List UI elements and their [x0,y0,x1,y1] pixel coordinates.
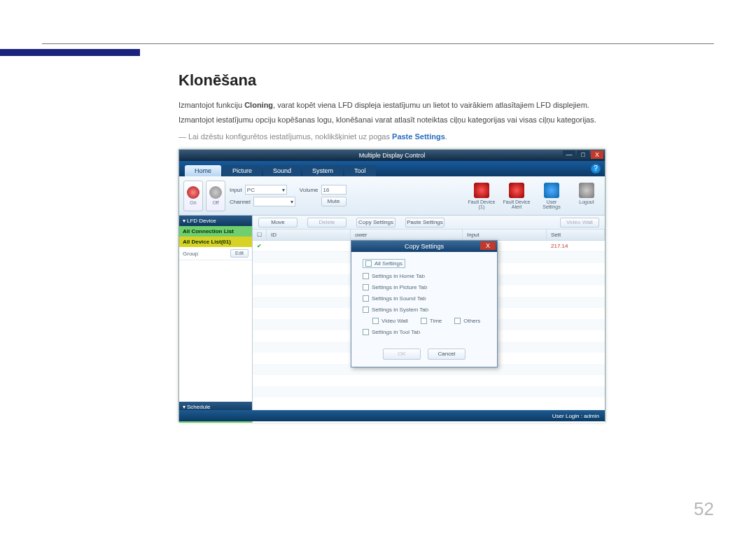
display-alert-icon [474,183,489,198]
user-icon [544,183,559,198]
channel-select[interactable]: ▾ [253,197,295,206]
logout-glyph-icon [579,183,594,198]
sidebar-spacer [179,260,252,402]
check-time[interactable]: Time [421,318,442,324]
power-off-icon [209,186,222,199]
power-group: On Off [183,181,225,211]
app-body: ▾LFD Device All Connection List All Devi… [179,216,605,423]
dialog-buttons: OK Cancel [351,344,497,367]
dialog-close-button[interactable]: X [480,241,496,250]
checkbox-icon [454,318,461,324]
tab-system[interactable]: System [302,165,343,176]
checkbox-icon [363,273,369,279]
checkbox-icon [365,260,372,267]
row-check-icon: ✔ [253,243,267,249]
tab-tool[interactable]: Tool [344,165,376,176]
cancel-button[interactable]: Cancel [428,349,465,360]
ok-button[interactable]: OK [383,349,421,360]
col-power: ower [351,230,463,240]
minimize-button[interactable]: — [563,150,575,159]
fault-device-icon[interactable]: Fault Device (1) [468,183,496,209]
video-wall-button[interactable]: Video Wall [560,218,599,227]
sidebar-item-all-device[interactable]: All Device List(01) [179,237,252,247]
maximize-button[interactable]: □ [577,150,589,159]
titlebar: Multiple Display Control — □ X [179,150,605,161]
paragraph-1: Izmantojot funkciju Cloning, varat kopēt… [178,99,718,111]
fault-device-alert-icon[interactable]: Fault Device Alert [503,183,531,209]
check-tool-tab[interactable]: Settings in Tool Tab [363,329,486,335]
checkbox-icon [372,318,379,324]
status-text: User Login : admin [552,413,599,419]
window-buttons: — □ X [563,150,603,159]
action-button-row: Move Delete Copy Settings Paste Settings… [253,216,605,230]
volume-value[interactable]: 16 [321,185,346,195]
help-icon[interactable]: ? [591,164,601,174]
checkbox-icon [421,318,427,324]
power-off-button[interactable]: Off [206,181,225,211]
icon-group: Fault Device (1) Fault Device Alert User… [468,183,601,209]
check-all-settings[interactable]: All Settings [363,259,405,268]
check-sound-tab[interactable]: Settings in Sound Tab [363,295,486,302]
check-video-wall[interactable]: Video Wall [372,318,408,324]
paragraph-2: Izmantojot iestatījumu opciju kopēšanas … [178,114,718,126]
page-number: 52 [694,498,714,520]
sidebar-row-group: GroupEdit [179,247,252,260]
heading: Klonēšana [178,71,718,90]
app-window: Multiple Display Control — □ X Home Pict… [178,149,606,422]
input-label: Input [230,187,242,193]
check-home-tab[interactable]: Settings in Home Tab [363,273,486,279]
volume-label: Volume [300,187,318,193]
checkbox-header[interactable]: ☐ [257,232,262,238]
sidebar-header-lfd[interactable]: ▾LFD Device [179,216,252,226]
dialog-title: Copy Settings X [351,241,497,252]
checkbox-icon [363,295,369,302]
content-area: Klonēšana Izmantojot funkciju Cloning, v… [178,71,718,422]
edit-button[interactable]: Edit [230,249,248,258]
move-button[interactable]: Move [258,218,298,227]
power-on-button[interactable]: On [183,181,203,211]
sidebar-item-all-connection[interactable]: All Connection List [179,226,252,237]
power-on-icon [187,186,200,199]
tab-sound[interactable]: Sound [263,165,301,176]
dialog-body: All Settings Settings in Home Tab Settin… [351,252,497,344]
copy-settings-button[interactable]: Copy Settings [356,218,396,227]
check-picture-tab[interactable]: Settings in Picture Tab [363,284,486,290]
app-title: Multiple Display Control [359,152,426,159]
delete-button[interactable]: Delete [307,218,346,227]
close-button[interactable]: X [591,150,603,159]
checkbox-icon [363,284,369,290]
sidebar: ▾LFD Device All Connection List All Devi… [179,216,253,423]
main-panel: Move Delete Copy Settings Paste Settings… [253,216,605,423]
ribbon: On Off InputPC▾ Channel▾ Volume16 Mute F… [179,176,605,216]
check-system-tab[interactable]: Settings in System Tab [363,307,486,313]
chevron-down-icon: ▾ [183,218,186,224]
header-accent-bar [0,49,140,56]
check-others[interactable]: Others [454,318,480,324]
chevron-down-icon: ▾ [282,187,285,193]
checkbox-icon [363,307,369,313]
tab-bar: Home Picture Sound System Tool ? [179,161,605,176]
chevron-down-icon: ▾ [290,199,293,205]
cloning-word: Cloning [244,101,273,109]
tab-picture[interactable]: Picture [223,165,262,176]
paste-settings-button[interactable]: Paste Settings [405,218,444,227]
input-group: InputPC▾ Channel▾ [230,185,295,206]
checkbox-icon [363,329,369,335]
channel-label: Channel [230,199,251,205]
tab-home[interactable]: Home [185,165,221,176]
table-header: ☐ ID ower Input Sett [253,230,605,241]
logout-icon[interactable]: Logout [573,183,601,209]
display-alert-icon [509,183,524,198]
user-settings-icon[interactable]: User Settings [538,183,566,209]
paste-settings-ref: Paste Settings [392,132,445,141]
status-bar: User Login : admin [179,410,605,421]
col-settings: Sett [547,230,605,240]
note-line: Lai dzēstu konfigurētos iestatījumus, no… [188,132,718,141]
group-label: Group [183,251,198,257]
system-subrow: Video Wall Time Others [372,318,486,324]
mute-button[interactable]: Mute [321,197,346,206]
volume-group: Volume16 Mute [300,185,346,206]
col-id: ID [267,230,351,240]
input-select[interactable]: PC▾ [245,185,287,195]
col-input: Input [463,230,547,240]
